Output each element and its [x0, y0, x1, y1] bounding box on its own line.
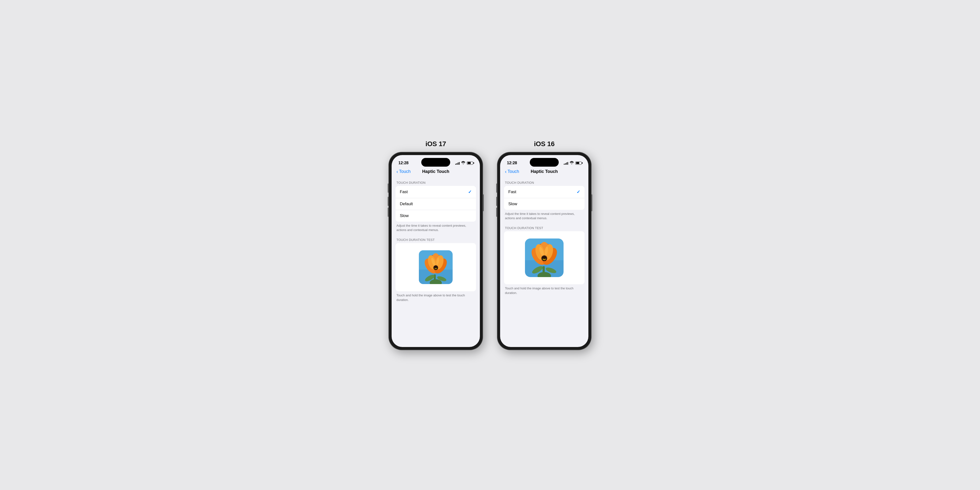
ios17-nav-bar: ‹ Touch Haptic Touch	[391, 168, 480, 177]
ios17-status-icons	[455, 161, 473, 165]
svg-point-40	[542, 257, 544, 258]
ios16-phone-frame: 12:28	[497, 152, 591, 350]
ios16-options-list: Fast ✓ Slow	[504, 186, 584, 210]
ios16-option-slow[interactable]: Slow	[504, 198, 584, 210]
ios17-battery-icon	[467, 162, 473, 165]
ios17-option-slow-label: Slow	[400, 213, 409, 218]
ios17-test-section[interactable]	[396, 243, 476, 291]
ios16-test-header: TOUCH DURATION TEST	[500, 224, 589, 231]
ios16-time: 12:28	[507, 161, 517, 165]
ios17-touch-duration-header: TOUCH DURATION	[391, 178, 480, 186]
ios17-phone-screen: 12:28	[391, 155, 480, 347]
ios16-description: Adjust the time it takes to reveal conte…	[500, 210, 589, 224]
ios16-option-fast[interactable]: Fast ✓	[504, 186, 584, 198]
ios17-test-header: TOUCH DURATION TEST	[391, 235, 480, 243]
ios16-dynamic-island	[530, 158, 559, 167]
ios17-test-footer: Touch and hold the image above to test t…	[391, 291, 480, 305]
ios17-option-default[interactable]: Default	[396, 198, 476, 210]
ios16-flower-image	[525, 239, 563, 277]
ios16-phone-screen: 12:28	[500, 155, 589, 347]
ios17-signal-icon	[455, 161, 460, 165]
ios17-wifi-icon	[461, 161, 465, 165]
ios17-time: 12:28	[398, 161, 409, 165]
ios17-option-slow[interactable]: Slow	[396, 210, 476, 222]
svg-rect-26	[542, 266, 545, 277]
ios16-back-chevron-icon: ‹	[505, 169, 507, 174]
ios16-title: iOS 16	[534, 140, 554, 148]
ios17-battery-fill	[468, 162, 471, 164]
svg-point-19	[435, 266, 436, 267]
ios16-battery-icon	[575, 162, 582, 165]
ios17-option-fast[interactable]: Fast ✓	[396, 186, 476, 198]
ios17-screen-content[interactable]: TOUCH DURATION Fast ✓ Default Slow	[391, 177, 480, 347]
svg-point-20	[435, 268, 436, 269]
ios16-back-label: Touch	[508, 169, 519, 174]
ios17-nav-title: Haptic Touch	[422, 169, 450, 174]
svg-point-43	[543, 259, 544, 260]
ios16-battery-fill	[576, 162, 579, 164]
svg-point-18	[436, 266, 438, 267]
svg-point-21	[436, 268, 437, 269]
ios16-test-section[interactable]	[504, 231, 584, 284]
svg-point-41	[545, 257, 546, 258]
ios16-option-fast-label: Fast	[508, 189, 516, 194]
ios17-dynamic-island	[421, 158, 450, 167]
ios17-phone-frame: 12:28	[389, 152, 483, 350]
ios17-option-fast-label: Fast	[400, 189, 408, 194]
ios17-back-label: Touch	[399, 169, 410, 174]
ios16-signal-icon	[564, 161, 568, 165]
ios17-title: iOS 17	[425, 140, 446, 148]
ios16-screen-content[interactable]: TOUCH DURATION Fast ✓ Slow Adjust the ti…	[500, 177, 589, 347]
phones-row: iOS 17 12:28	[357, 140, 623, 350]
ios16-option-fast-checkmark: ✓	[577, 189, 580, 195]
ios17-flower-image	[419, 250, 453, 284]
ios16-nav-title: Haptic Touch	[531, 169, 558, 174]
ios16-nav-bar: ‹ Touch Haptic Touch	[500, 168, 589, 177]
ios16-test-footer: Touch and hold the image above to test t…	[500, 284, 589, 298]
ios16-wifi-icon	[570, 161, 574, 165]
ios17-section: iOS 17 12:28	[389, 140, 483, 350]
page-wrapper: iOS 17 12:28	[357, 140, 623, 350]
ios17-back-button[interactable]: ‹ Touch	[396, 169, 410, 174]
ios16-touch-duration-header: TOUCH DURATION	[500, 178, 589, 186]
ios16-section: iOS 16 12:28	[497, 140, 591, 350]
svg-point-17	[434, 266, 435, 267]
ios16-option-slow-label: Slow	[508, 202, 517, 207]
ios17-description: Adjust the time it takes to reveal conte…	[391, 222, 480, 235]
svg-point-22	[436, 268, 436, 269]
ios16-status-bar: 12:28	[500, 155, 589, 168]
ios17-options-list: Fast ✓ Default Slow	[396, 186, 476, 222]
ios17-back-chevron-icon: ‹	[396, 169, 398, 174]
ios16-status-icons	[564, 161, 582, 165]
svg-point-42	[544, 256, 545, 258]
ios17-option-fast-checkmark: ✓	[468, 189, 472, 195]
ios16-back-button[interactable]: ‹ Touch	[505, 169, 519, 174]
ios17-status-bar: 12:28	[391, 155, 480, 168]
ios17-option-default-label: Default	[400, 202, 413, 207]
svg-point-45	[544, 259, 545, 260]
svg-point-44	[545, 259, 546, 260]
